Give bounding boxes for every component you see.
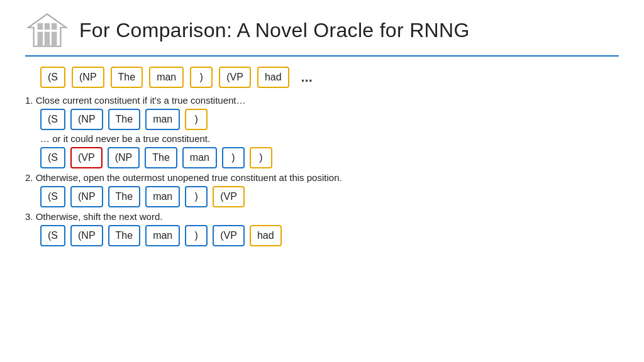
token-rule1-row1-2: The (108, 109, 141, 130)
token-top-row-0: (S (40, 67, 65, 88)
token-rule2-row-0: (S (40, 186, 65, 207)
token-rule1-row2-6: ) (250, 147, 272, 168)
token-top-row-3: man (149, 67, 184, 88)
page-title: For Comparison: A Novel Oracle for RNNG (79, 19, 470, 42)
svg-rect-1 (38, 32, 43, 47)
token-rule3-row-6: had (250, 225, 282, 246)
rule3-row: (S(NPTheman)(VPhad (40, 225, 619, 246)
token-rule1-row2-0: (S (40, 147, 65, 168)
token-rule2-row-1: (NP (70, 186, 103, 207)
token-rule3-row-1: (NP (70, 225, 103, 246)
rule1-row2: (S(VP(NPTheman)) (40, 147, 619, 168)
rule2-row: (S(NPTheman)(VP (40, 186, 619, 207)
token-rule3-row-3: man (145, 225, 180, 246)
rule1-text: 1. Close current constituent if it's a t… (25, 95, 619, 106)
token-top-row-7: ... (296, 65, 318, 89)
token-rule2-row-5: (VP (213, 186, 245, 207)
svg-rect-6 (52, 23, 57, 30)
token-top-row-4: ) (190, 67, 213, 88)
token-rule1-row1-0: (S (40, 109, 65, 130)
token-rule2-row-3: man (145, 186, 180, 207)
token-rule1-row2-1: (VP (70, 147, 103, 168)
token-rule3-row-0: (S (40, 225, 65, 246)
rule3-text: 3. Otherwise, shift the next word. (25, 211, 619, 222)
rule1-row1: (S(NPTheman) (40, 109, 619, 130)
token-rule1-row1-1: (NP (70, 109, 103, 130)
token-rule1-row2-2: (NP (108, 147, 140, 168)
token-top-row-6: had (257, 67, 289, 88)
token-rule1-row1-4: ) (185, 109, 208, 130)
token-top-row-5: (VP (219, 67, 251, 88)
header: For Comparison: A Novel Oracle for RNNG (25, 11, 619, 57)
svg-rect-5 (45, 23, 50, 30)
token-rule3-row-4: ) (185, 225, 208, 246)
token-rule1-row2-5: ) (222, 147, 245, 168)
svg-rect-4 (38, 23, 43, 30)
rule2-text: 2. Otherwise, open the outermost unopene… (25, 172, 619, 183)
token-rule2-row-4: ) (185, 186, 208, 207)
token-rule3-row-2: The (108, 225, 141, 246)
token-rule1-row2-4: man (182, 147, 217, 168)
svg-rect-3 (52, 32, 57, 47)
token-rule2-row-2: The (108, 186, 141, 207)
logo-icon (25, 11, 69, 49)
token-rule1-row1-3: man (145, 109, 180, 130)
token-top-row-1: (NP (72, 67, 104, 88)
token-rule3-row-5: (VP (213, 225, 245, 246)
rule2-section: 2. Otherwise, open the outermost unopene… (25, 172, 619, 207)
svg-rect-2 (45, 32, 50, 47)
token-top-row-2: The (111, 67, 143, 88)
rule1-sub-text: … or it could never be a true constituen… (40, 133, 619, 144)
token-rule1-row2-3: The (145, 147, 177, 168)
rule3-section: 3. Otherwise, shift the next word. (S(NP… (25, 211, 619, 246)
slide: For Comparison: A Novel Oracle for RNNG … (0, 0, 644, 362)
top-token-row: (S(NPTheman)(VPhad... (40, 65, 619, 89)
rule1-section: 1. Close current constituent if it's a t… (25, 95, 619, 168)
